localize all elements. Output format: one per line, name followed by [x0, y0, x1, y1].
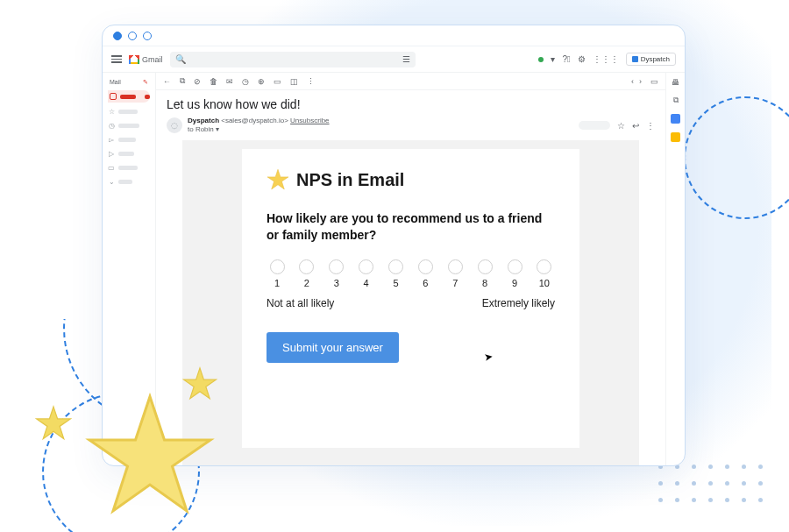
- mail-icon[interactable]: ✉: [226, 77, 233, 86]
- prev-icon[interactable]: ‹: [631, 77, 634, 86]
- reply-icon[interactable]: ↩: [632, 121, 639, 131]
- svg-marker-0: [89, 397, 210, 512]
- settings-icon[interactable]: ⚙: [578, 54, 586, 64]
- nps-scale: 1 2 3 4 5 6 7 8 9 10: [267, 259, 555, 288]
- menu-icon[interactable]: [111, 55, 122, 63]
- nps-option-8[interactable]: 8: [474, 259, 495, 288]
- chevron-down-icon: ⌄: [108, 178, 115, 186]
- compose-icon[interactable]: ✎: [143, 79, 148, 86]
- help-icon[interactable]: ?⃝: [562, 54, 570, 64]
- sidebar-item-sent[interactable]: ▷: [108, 148, 150, 159]
- sent-icon: ▷: [108, 150, 115, 158]
- star-icon: ☆: [108, 108, 115, 116]
- star-message-icon[interactable]: ☆: [617, 121, 625, 131]
- next-icon[interactable]: ›: [639, 77, 642, 86]
- delete-icon[interactable]: 🗑: [210, 77, 217, 86]
- star-icon-small-2: [182, 366, 217, 401]
- nps-option-4[interactable]: 4: [356, 259, 377, 288]
- email-meta: ◌ Dyspatch <sales@dyspatch.io> Unsubscri…: [156, 117, 665, 140]
- sidebar-item-more[interactable]: ⌄: [108, 176, 150, 187]
- sender-name: Dyspatch: [188, 117, 219, 124]
- keep-icon[interactable]: [671, 132, 680, 142]
- sidebar-item-important[interactable]: ▻: [108, 134, 150, 145]
- svg-marker-2: [184, 368, 217, 399]
- keyboard-icon[interactable]: ▭: [650, 77, 658, 86]
- drafts-icon: ▭: [108, 164, 115, 172]
- window-titlebar: [103, 25, 685, 46]
- search-input[interactable]: 🔍 ☰: [170, 52, 416, 67]
- search-icon: 🔍: [175, 54, 186, 64]
- nps-option-1[interactable]: 1: [267, 259, 288, 288]
- gmail-right-rail: 🖶 ⧉: [665, 73, 685, 465]
- sidebar-item-drafts[interactable]: ▭: [108, 162, 150, 173]
- gmail-label: Gmail: [142, 55, 163, 64]
- gmail-logo[interactable]: Gmail: [129, 55, 163, 64]
- message-toolbar: ← ⧉ ⊘ 🗑 ✉ ◷ ⊕ ▭ ◫ ⋮ ‹ › ▭: [156, 73, 665, 90]
- move-icon[interactable]: ▭: [274, 77, 281, 86]
- nps-scale-labels: Not at all likely Extremely likely: [267, 297, 555, 309]
- window-control-2[interactable]: [128, 32, 137, 40]
- star-icon-large: [84, 390, 216, 521]
- nps-option-2[interactable]: 2: [296, 259, 317, 288]
- sender-address: <sales@dyspatch.io>: [221, 117, 288, 124]
- nps-low-label: Not at all likely: [267, 297, 334, 309]
- to-expand-icon[interactable]: ▾: [216, 125, 219, 133]
- nps-high-label: Extremely likely: [482, 297, 555, 309]
- message-more-icon[interactable]: ⋮: [646, 121, 655, 131]
- nps-option-7[interactable]: 7: [444, 259, 466, 288]
- label-icon[interactable]: ◫: [290, 77, 298, 86]
- dot-grid: [658, 465, 763, 502]
- email-title: NPS in Email: [296, 170, 404, 190]
- clock-icon: ◷: [108, 122, 115, 130]
- nps-option-9[interactable]: 9: [504, 259, 525, 288]
- sidebar-item-starred[interactable]: ☆: [108, 106, 150, 117]
- sender-info: Dyspatch <sales@dyspatch.io> Unsubscribe…: [188, 117, 330, 135]
- nps-option-6[interactable]: 6: [415, 259, 436, 288]
- report-icon[interactable]: ⊘: [194, 77, 201, 86]
- sidebar-item-inbox[interactable]: [108, 90, 150, 103]
- nps-option-5[interactable]: 5: [386, 259, 407, 288]
- email-subject: Let us know how we did!: [156, 90, 665, 117]
- svg-marker-3: [267, 169, 288, 189]
- star-emoji-icon: [267, 168, 289, 193]
- chevron-down-icon[interactable]: ▾: [551, 54, 555, 64]
- presence-indicator: [538, 57, 544, 62]
- gmail-topbar: Gmail 🔍 ☰ ▾ ?⃝ ⚙ ⋮⋮⋮ Dyspatch: [103, 46, 685, 73]
- brand-chip-label: Dyspatch: [641, 55, 670, 63]
- gmail-m-icon: [129, 55, 139, 64]
- print-icon[interactable]: 🖶: [672, 78, 679, 87]
- sidebar-mail-header: Mail ✎: [108, 78, 150, 87]
- brand-chip-icon: [632, 56, 638, 62]
- apps-icon[interactable]: ⋮⋮⋮: [593, 54, 619, 64]
- gmail-main: ← ⧉ ⊘ 🗑 ✉ ◷ ⊕ ▭ ◫ ⋮ ‹ › ▭: [155, 73, 665, 465]
- search-options-icon[interactable]: ☰: [402, 54, 410, 64]
- email-body: NPS in Email How likely are you to recom…: [182, 140, 639, 465]
- more-icon[interactable]: ⋮: [307, 77, 315, 86]
- sidebar-item-snoozed[interactable]: ◷: [108, 120, 150, 131]
- attachment-chip[interactable]: [579, 121, 610, 130]
- back-icon[interactable]: ←: [163, 77, 171, 86]
- star-icon-small-1: [35, 405, 72, 442]
- important-icon: ▻: [108, 136, 115, 144]
- unsubscribe-link[interactable]: Unsubscribe: [290, 117, 329, 124]
- calendar-icon[interactable]: [671, 114, 680, 124]
- sidebar-mail-label: Mail: [110, 79, 121, 86]
- window-control-1[interactable]: [113, 32, 122, 40]
- sender-avatar[interactable]: ◌: [167, 117, 182, 133]
- task-icon[interactable]: ⊕: [258, 77, 265, 86]
- snooze-icon[interactable]: ◷: [242, 77, 249, 86]
- email-content: NPS in Email How likely are you to recom…: [242, 149, 579, 448]
- archive-icon[interactable]: ⧉: [180, 76, 185, 86]
- brand-chip[interactable]: Dyspatch: [626, 53, 676, 66]
- window-control-3[interactable]: [143, 32, 152, 40]
- nps-option-10[interactable]: 10: [534, 259, 555, 288]
- svg-marker-1: [37, 407, 71, 439]
- inbox-icon: [110, 93, 117, 100]
- to-line: to Robin: [188, 125, 214, 133]
- nps-option-3[interactable]: 3: [326, 259, 347, 288]
- submit-button[interactable]: Submit your answer: [267, 332, 399, 363]
- nps-question: How likely are you to recommend us to a …: [267, 210, 555, 244]
- popout-icon[interactable]: ⧉: [673, 96, 679, 105]
